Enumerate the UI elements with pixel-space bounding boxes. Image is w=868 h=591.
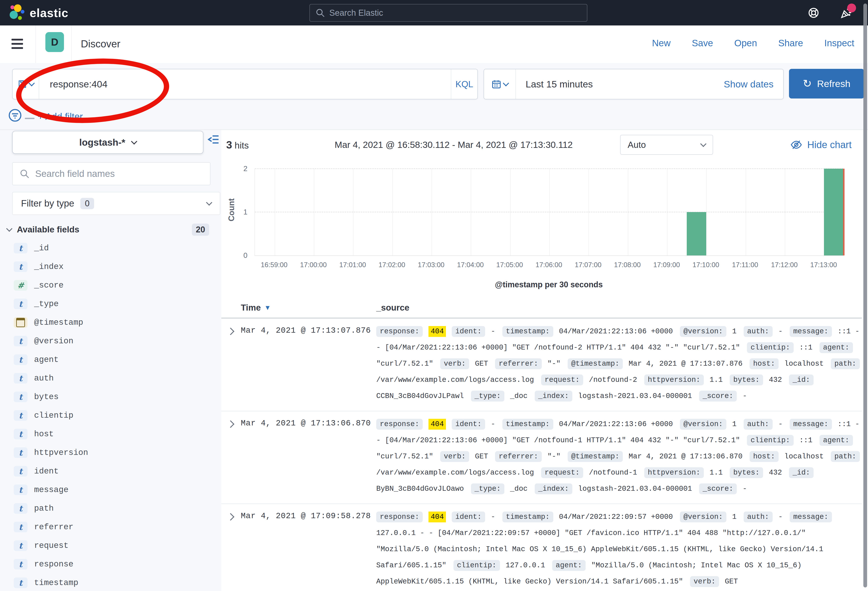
field-item-host[interactable]: thost [0, 425, 221, 443]
source-field-name: ident: [452, 419, 485, 430]
field-label: @version [34, 337, 74, 346]
date-quick-select-button[interactable] [484, 69, 516, 99]
global-search-input[interactable]: Search Elastic [309, 4, 588, 22]
chart-plot[interactable] [254, 168, 844, 256]
saved-query-menu-button[interactable] [13, 69, 39, 99]
save-button[interactable]: Save [692, 38, 713, 49]
source-field-name: verb: [690, 576, 719, 587]
app-badge[interactable]: D [45, 32, 64, 52]
histogram-bar[interactable] [687, 212, 706, 256]
text-type-icon: t [14, 298, 27, 309]
source-field-name: request: [541, 467, 583, 478]
field-item-request[interactable]: trequest [0, 536, 221, 555]
field-item-bytes[interactable]: tbytes [0, 387, 221, 406]
field-item-clientip[interactable]: tclientip [0, 406, 221, 425]
row-source: response: 404 ident: - timestamp: 04/Mar… [376, 324, 862, 404]
field-item-ident[interactable]: tident [0, 462, 221, 480]
show-dates-button[interactable]: Show dates [724, 79, 783, 90]
source-field-name: verb: [440, 358, 469, 369]
source-field-name: response: [376, 419, 423, 430]
page-scrollbar[interactable] [864, 3, 867, 588]
filter-by-type-dropdown[interactable]: Filter by type 0 [12, 192, 220, 215]
date-picker-box: Last 15 minutes Show dates [484, 69, 784, 99]
source-field-name: message: [790, 419, 832, 430]
field-item-_id[interactable]: t_id [0, 239, 221, 257]
source-field-name: referrer: [495, 451, 542, 462]
field-item-timestamp[interactable]: ttimestamp [0, 573, 221, 591]
field-item-@version[interactable]: t@version [0, 332, 221, 350]
field-item-agent[interactable]: tagent [0, 350, 221, 369]
share-button[interactable]: Share [778, 38, 803, 49]
inspect-button[interactable]: Inspect [824, 38, 854, 49]
source-value: GET [475, 452, 488, 461]
filter-icon[interactable] [8, 108, 22, 123]
expand-row-icon[interactable] [221, 324, 241, 404]
expand-row-icon[interactable] [221, 509, 241, 590]
time-range-value[interactable]: Last 15 minutes [516, 79, 724, 90]
source-field-name: message: [790, 326, 832, 337]
index-pattern-selector[interactable]: logstash-* [12, 131, 204, 154]
time-column-header[interactable]: Time ▼ [241, 303, 376, 313]
x-axis-title: @timestamp per 30 seconds [254, 280, 843, 289]
source-field-name: ident: [452, 326, 485, 337]
available-fields-header[interactable]: Available fields 20 [7, 223, 209, 236]
help-icon[interactable] [807, 7, 820, 19]
field-item-httpversion[interactable]: thttpversion [0, 443, 221, 462]
field-item-_score[interactable]: #_score [0, 276, 221, 295]
field-label: response [34, 560, 74, 569]
brand-name: elastic [30, 6, 68, 20]
query-input-box: response:404 KQL [12, 69, 478, 99]
source-value: 1.1 [710, 376, 723, 384]
newsfeed-icon[interactable] [840, 7, 853, 19]
search-field-names-input[interactable]: Search field names [12, 162, 211, 185]
chevron-down-icon [28, 80, 35, 86]
field-item-_type[interactable]: t_type [0, 295, 221, 313]
field-item-message[interactable]: tmessage [0, 480, 221, 499]
field-item-@timestamp[interactable]: @timestamp [0, 313, 221, 332]
field-item-referrer[interactable]: treferrer [0, 518, 221, 536]
elastic-logo-icon [9, 4, 25, 21]
y-gridline [255, 211, 844, 213]
expand-row-icon[interactable] [221, 416, 241, 497]
y-tick-label: 0 [244, 251, 247, 260]
text-type-icon: t [14, 522, 27, 532]
source-value: GET [725, 578, 738, 586]
menu-hamburger-icon[interactable] [12, 39, 23, 49]
field-label: bytes [34, 392, 59, 402]
source-field-name: agent: [819, 435, 853, 446]
hide-chart-button[interactable]: Hide chart [790, 139, 852, 151]
source-value: - [778, 513, 783, 521]
source-field-name: path: [831, 451, 860, 462]
source-field-name: _index: [535, 391, 573, 402]
open-button[interactable]: Open [734, 38, 757, 49]
source-value: 04/Mar/2021:22:09:57 +0000 [559, 513, 673, 521]
elastic-brand[interactable]: elastic [9, 0, 68, 25]
interval-select[interactable]: Auto [620, 135, 713, 155]
table-row: Mar 4, 2021 @ 17:09:58.278response: 404 … [221, 504, 862, 591]
source-field-name: _type: [471, 391, 504, 402]
text-type-icon: t [14, 447, 27, 458]
collapse-sidebar-icon[interactable] [208, 134, 220, 145]
text-type-icon: t [14, 373, 27, 384]
source-field-name: auth: [744, 326, 773, 337]
x-tick-label: 17:12:00 [771, 261, 798, 269]
histogram-bar[interactable] [824, 168, 844, 256]
interval-value: Auto [627, 140, 646, 150]
add-filter-button[interactable]: + Add filter [38, 111, 83, 122]
source-field-name: auth: [744, 511, 773, 522]
time-column-label: Time [241, 303, 261, 313]
current-time-marker [843, 168, 844, 256]
field-item-response[interactable]: tresponse [0, 555, 221, 573]
field-item-_index[interactable]: t_index [0, 257, 221, 276]
field-item-path[interactable]: tpath [0, 499, 221, 518]
source-field-name: request: [541, 375, 583, 386]
x-tick-label: 17:01:00 [339, 261, 366, 269]
source-field-name: verb: [440, 451, 469, 462]
text-type-icon: t [14, 429, 27, 439]
refresh-button[interactable]: ↻ Refresh [789, 69, 864, 99]
field-item-auth[interactable]: tauth [0, 369, 221, 387]
new-button[interactable]: New [652, 38, 670, 49]
query-input[interactable]: response:404 [39, 79, 451, 90]
source-field-name: referrer: [495, 358, 542, 369]
query-language-button[interactable]: KQL [451, 69, 477, 99]
